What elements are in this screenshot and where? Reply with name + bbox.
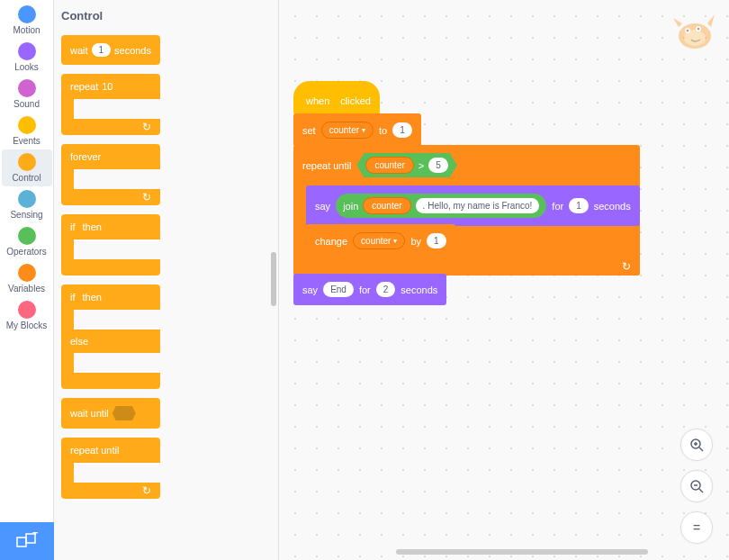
number-input[interactable]: 1 [427, 233, 446, 248]
palette-title: Control [61, 9, 278, 23]
greater-than-operator[interactable]: counter > 5 [356, 153, 456, 177]
palette-if-else-block[interactable]: ifthen else [61, 285, 160, 389]
set-variable-block[interactable]: set counter to 1 [293, 113, 421, 147]
zoom-out-button[interactable] [680, 470, 713, 502]
myblocks-dot-icon [18, 301, 36, 319]
palette-wait-block[interactable]: wait 1 seconds [61, 35, 160, 65]
repeat-until-block[interactable]: repeat until counter > 5 say join counte… [293, 145, 640, 275]
operators-dot-icon [18, 227, 36, 245]
sound-dot-icon [18, 79, 36, 97]
svg-point-6 [687, 30, 689, 32]
block-palette: Control wait 1 seconds repeat10 forever … [54, 0, 279, 560]
category-myblocks[interactable]: My Blocks [2, 297, 52, 334]
number-input[interactable]: 1 [392, 122, 412, 138]
category-control[interactable]: Control [2, 149, 52, 186]
workspace-h-scrollbar[interactable] [396, 549, 648, 555]
sprite-watermark-icon [670, 9, 720, 54]
number-input[interactable]: 5 [428, 158, 448, 173]
hex-input-icon [112, 406, 136, 420]
palette-repeat-block[interactable]: repeat10 [61, 74, 160, 135]
zoom-reset-button[interactable]: = [680, 511, 713, 544]
sensing-dot-icon [18, 190, 36, 208]
say-for-seconds-block[interactable]: say End for 2 seconds [293, 274, 446, 305]
variables-dot-icon [18, 264, 36, 282]
variable-dropdown[interactable]: counter [321, 122, 374, 139]
change-variable-block[interactable]: change counter by 1 [306, 224, 455, 257]
number-input[interactable]: 1 [569, 198, 589, 213]
events-dot-icon [18, 116, 36, 134]
category-events[interactable]: Events [2, 113, 52, 149]
palette-if-block[interactable]: ifthen [61, 214, 160, 275]
text-input[interactable]: End [323, 282, 354, 297]
variable-reporter[interactable]: counter [363, 197, 410, 214]
motion-dot-icon [18, 5, 36, 23]
category-motion[interactable]: Motion [2, 2, 52, 39]
palette-scrollbar[interactable] [271, 252, 276, 306]
svg-rect-0 [17, 537, 26, 546]
looks-dot-icon [18, 42, 36, 60]
svg-line-10 [699, 447, 703, 451]
say-for-seconds-block[interactable]: say join counter . Hello, my name is Fra… [306, 185, 640, 226]
number-input[interactable]: 2 [376, 282, 396, 297]
svg-text:+: + [32, 532, 38, 537]
script-stack[interactable]: when clicked set counter to 1 repeat unt… [293, 81, 640, 305]
palette-repeat-until-block[interactable]: repeat until [61, 438, 160, 499]
zoom-in-button[interactable] [680, 429, 713, 461]
category-looks[interactable]: Looks [2, 39, 52, 76]
palette-forever-block[interactable]: forever [61, 144, 160, 205]
control-dot-icon [18, 153, 36, 171]
join-operator[interactable]: join counter . Hello, my name is Franco! [336, 194, 546, 218]
svg-point-8 [698, 28, 700, 31]
variable-reporter[interactable]: counter [365, 157, 413, 174]
zoom-controls: = [680, 429, 713, 544]
zoom-in-icon [689, 438, 704, 452]
svg-line-14 [699, 489, 703, 492]
workspace[interactable]: when clicked set counter to 1 repeat unt… [279, 0, 729, 560]
category-sound[interactable]: Sound [2, 76, 52, 113]
extension-button[interactable]: + [0, 522, 54, 560]
when-flag-clicked-block[interactable]: when clicked [293, 81, 380, 115]
zoom-out-icon [689, 479, 704, 493]
extension-icon: + [16, 532, 38, 550]
palette-wait-until-block[interactable]: wait until [61, 398, 160, 429]
category-sensing[interactable]: Sensing [2, 186, 52, 223]
category-variables[interactable]: Variables [2, 260, 52, 297]
text-input[interactable]: . Hello, my name is Franco! [416, 198, 540, 213]
category-rail: Motion Looks Sound Events Control Sensin… [0, 0, 54, 560]
category-operators[interactable]: Operators [2, 223, 52, 260]
variable-dropdown[interactable]: counter [353, 232, 405, 249]
